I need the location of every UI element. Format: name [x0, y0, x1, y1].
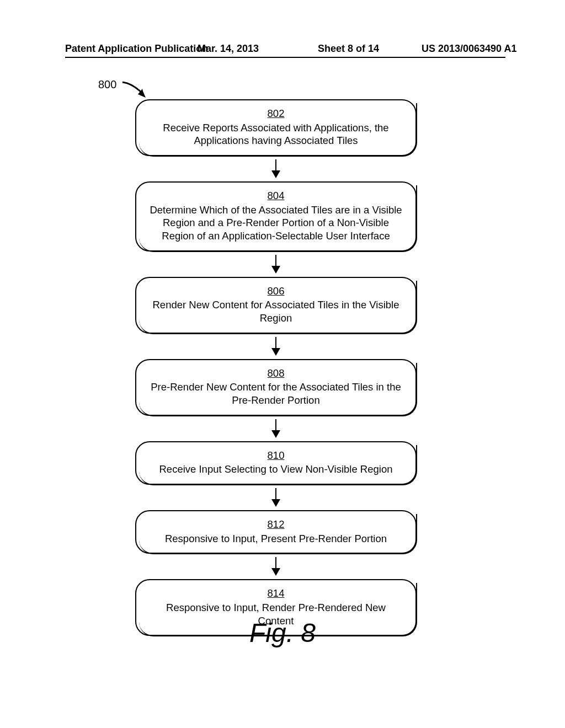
flowchart: 802 Receive Reports Associated with Appl… [132, 99, 419, 636]
arrow-down-icon [275, 419, 276, 438]
figure-caption: Fig. 8 [0, 618, 565, 648]
figure-reference-number: 800 [98, 78, 116, 91]
step-text: Pre-Render New Content for the Associate… [151, 381, 401, 406]
step-808: 808 Pre-Render New Content for the Assoc… [135, 359, 417, 416]
step-806: 806 Render New Content for Associated Ti… [135, 277, 417, 334]
header-date: Mar. 14, 2013 [198, 43, 259, 55]
step-number: 804 [148, 189, 403, 202]
step-number: 814 [148, 587, 403, 600]
reference-arrow-icon [121, 80, 151, 102]
step-804: 804 Determine Which of the Associated Ti… [135, 181, 417, 251]
step-number: 806 [148, 285, 403, 298]
step-text: Render New Content for Associated Tiles … [153, 299, 399, 324]
arrow-down-icon [275, 159, 276, 178]
step-text: Determine Which of the Associated Tiles … [150, 204, 402, 242]
header-sheet: Sheet 8 of 14 [318, 43, 379, 55]
step-number: 802 [148, 107, 403, 120]
header-rule [65, 57, 505, 58]
page: Patent Application Publication Mar. 14, … [0, 0, 565, 728]
step-text: Receive Reports Associated with Applicat… [163, 122, 388, 147]
step-text: Receive Input Selecting to View Non-Visi… [159, 463, 392, 475]
header-left: Patent Application Publication [65, 43, 208, 55]
arrow-down-icon [275, 337, 276, 356]
step-number: 812 [148, 518, 403, 531]
step-number: 808 [148, 367, 403, 380]
step-810: 810 Receive Input Selecting to View Non-… [135, 441, 417, 485]
arrow-down-icon [275, 557, 276, 576]
arrow-down-icon [275, 488, 276, 507]
arrow-down-icon [275, 255, 276, 274]
step-802: 802 Receive Reports Associated with Appl… [135, 99, 417, 156]
step-812: 812 Responsive to Input, Present Pre-Ren… [135, 510, 417, 554]
step-number: 810 [148, 449, 403, 462]
step-text: Responsive to Input, Present Pre-Render … [165, 533, 387, 544]
header-pubnum: US 2013/0063490 A1 [422, 43, 516, 55]
